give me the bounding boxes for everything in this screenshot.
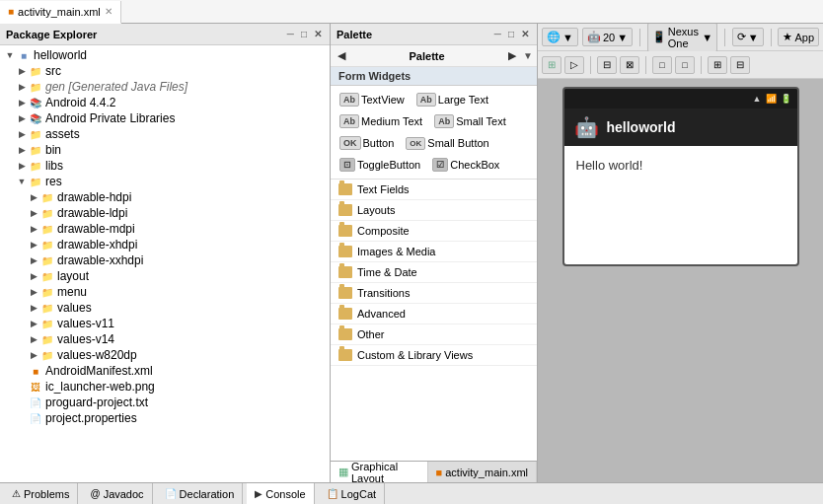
phone-status-bar: ▲ 📶 🔋 — [564, 89, 797, 108]
tree-item-values[interactable]: ▶ 📁 values — [0, 300, 330, 316]
palette-maximize-icon[interactable]: □ — [506, 28, 516, 40]
layout-mode-btn[interactable]: ⊞ — [542, 56, 561, 74]
device-btn[interactable]: 📱 Nexus One ▼ — [647, 24, 717, 52]
tree-label: assets — [45, 127, 80, 141]
snap-btn[interactable]: ⊠ — [620, 56, 639, 74]
section-form-widgets[interactable]: Form Widgets — [331, 67, 537, 86]
palette-forward-btn[interactable]: ▶ — [505, 48, 519, 63]
tree-item-menu[interactable]: ▶ 📁 menu — [0, 284, 330, 300]
tree-item-drawable-mdpi[interactable]: ▶ 📁 drawable-mdpi — [0, 221, 330, 237]
layout-btn-2[interactable]: □ — [675, 56, 695, 74]
palette-close-icon[interactable]: ✕ — [519, 28, 531, 40]
maximize-icon[interactable]: □ — [299, 28, 309, 40]
right-toolbar-1: 🌐 ▼ 🤖 20 ▼ 📱 Nexus One ▼ ⟳ ▼ ★ A — [538, 24, 823, 51]
app-logo-icon: 🤖 — [574, 115, 599, 139]
right-toolbar-2: ⊞ ▷ ⊟ ⊠ □ □ ⊞ ⊟ — [538, 51, 823, 79]
expand-arrow: ▶ — [16, 66, 28, 76]
values-v11-icon: 📁 — [39, 317, 55, 330]
tree-item-proguard[interactable]: 📄 proguard-project.txt — [0, 395, 330, 410]
palette-dropdown-btn[interactable]: ▼ — [523, 50, 533, 61]
tree-item-src[interactable]: ▶ 📁 src — [0, 63, 330, 79]
tree-item-values-v11[interactable]: ▶ 📁 values-v11 — [0, 316, 330, 331]
widget-textview[interactable]: Ab TextView — [335, 90, 410, 109]
expand-arrow: ▶ — [28, 334, 39, 344]
checkbox-badge: ☑ — [432, 158, 448, 172]
widget-small-text[interactable]: Ab Small Text — [429, 111, 511, 131]
tree-item-android442[interactable]: ▶ 📚 Android 4.4.2 — [0, 95, 330, 110]
category-other[interactable]: Other — [331, 324, 537, 345]
app-btn[interactable]: ★ App — [778, 28, 819, 46]
tree-item-private-libs[interactable]: ▶ 📚 Android Private Libraries — [0, 110, 330, 126]
category-time-date[interactable]: Time & Date — [331, 262, 537, 283]
toolbar-sep-1 — [639, 29, 640, 46]
tree-item-values-w820dp[interactable]: ▶ 📁 values-w820dp — [0, 347, 330, 363]
close-panel-icon[interactable]: ✕ — [312, 28, 324, 40]
expand-btn[interactable]: ⊞ — [708, 56, 727, 74]
tree-item-ic-launcher[interactable]: 🖼 ic_launcher-web.png — [0, 379, 330, 395]
console-label: Console — [265, 488, 305, 500]
status-tab-console[interactable]: ▶ Console — [247, 483, 314, 504]
tree-item-drawable-hdpi[interactable]: ▶ 📁 drawable-hdpi — [0, 189, 330, 205]
text-fields-label: Text Fields — [357, 183, 410, 195]
category-layouts[interactable]: Layouts — [331, 200, 537, 221]
globe-btn[interactable]: 🌐 ▼ — [542, 28, 578, 46]
category-composite[interactable]: Composite — [331, 221, 537, 242]
zoom-fit-btn[interactable]: ▷ — [564, 56, 584, 74]
tree-item-helloworld[interactable]: ▼ ■ helloworld — [0, 47, 330, 63]
tree-item-gen[interactable]: ▶ 📁 gen [Generated Java Files] — [0, 79, 330, 95]
widget-medium-text[interactable]: Ab Medium Text — [335, 111, 427, 131]
medium-text-label: Medium Text — [361, 115, 422, 127]
tab-activity-main-xml[interactable]: ■ activity_main.xml — [428, 462, 537, 482]
status-tab-javadoc[interactable]: @ Javadoc — [82, 483, 152, 504]
tree-item-androidmanifest[interactable]: ■ AndroidManifest.xml — [0, 363, 330, 379]
tree-item-assets[interactable]: ▶ 📁 assets — [0, 126, 330, 142]
category-custom-library[interactable]: Custom & Library Views — [331, 345, 537, 366]
tree-item-bin[interactable]: ▶ 📁 bin — [0, 142, 330, 158]
palette-minimize-icon[interactable]: ─ — [492, 28, 503, 40]
graphical-layout-label: Graphical Layout — [351, 461, 419, 483]
android-logo-icon: 🤖 — [587, 31, 601, 43]
status-tab-problems[interactable]: ⚠ Problems — [4, 483, 78, 504]
expand-arrow: ▶ — [28, 319, 39, 328]
tab-graphical-layout[interactable]: ▦ Graphical Layout — [331, 462, 428, 482]
bin-folder-icon: 📁 — [28, 143, 43, 157]
minimize-icon[interactable]: ─ — [285, 28, 296, 40]
widget-toggle-button[interactable]: ⊡ ToggleButton — [335, 155, 425, 175]
tree-item-drawable-ldpi[interactable]: ▶ 📁 drawable-ldpi — [0, 205, 330, 221]
widget-large-text[interactable]: Ab Large Text — [412, 90, 493, 109]
tree-item-values-v14[interactable]: ▶ 📁 values-v14 — [0, 331, 330, 347]
tree-label: Android Private Libraries — [45, 111, 175, 125]
close-tab-icon[interactable]: ✕ — [105, 6, 112, 17]
expand-arrow: ▶ — [28, 208, 39, 218]
expand-arrow: ▼ — [4, 50, 16, 60]
collapse-btn[interactable]: ⊟ — [730, 56, 750, 74]
tree-item-drawable-xhdpi[interactable]: ▶ 📁 drawable-xhdpi — [0, 237, 330, 252]
widget-checkbox[interactable]: ☑ CheckBox — [427, 155, 504, 175]
large-text-badge: Ab — [416, 93, 436, 107]
status-tab-logcat[interactable]: 📋 LogCat — [319, 483, 385, 504]
api-level-btn[interactable]: 🤖 20 ▼ — [582, 28, 633, 46]
tree-label: values-v14 — [57, 332, 114, 346]
widget-small-button[interactable]: OK Small Button — [401, 133, 493, 153]
layout-btn-1[interactable]: □ — [652, 56, 672, 74]
tab-activity-main[interactable]: ■ activity_main.xml ✕ — [0, 1, 121, 24]
activity-main-xml-label: activity_main.xml — [445, 467, 528, 478]
res-folder-icon: 📁 — [28, 175, 43, 188]
status-tab-declaration[interactable]: 📄 Declaration — [157, 483, 244, 504]
palette-back-btn[interactable]: ◀ — [335, 48, 348, 63]
category-images-media[interactable]: Images & Media — [331, 242, 537, 262]
tree-item-libs[interactable]: ▶ 📁 libs — [0, 158, 330, 174]
rotate-btn[interactable]: ⟳ ▼ — [732, 28, 764, 46]
layout-folder-icon: 📁 — [39, 269, 55, 283]
widget-button[interactable]: OK Button — [335, 133, 399, 153]
category-advanced[interactable]: Advanced — [331, 304, 537, 324]
category-transitions[interactable]: Transitions — [331, 283, 537, 304]
preview-panel: 🌐 ▼ 🤖 20 ▼ 📱 Nexus One ▼ ⟳ ▼ ★ A — [538, 24, 823, 482]
tree-item-drawable-xxhdpi[interactable]: ▶ 📁 drawable-xxhdpi — [0, 252, 330, 268]
grid-btn[interactable]: ⊟ — [597, 56, 617, 74]
category-text-fields[interactable]: Text Fields — [331, 180, 537, 200]
tree-item-layout[interactable]: ▶ 📁 layout — [0, 268, 330, 284]
tree-item-res[interactable]: ▼ 📁 res — [0, 174, 330, 189]
medium-text-badge: Ab — [339, 114, 359, 128]
tree-item-project-props[interactable]: 📄 project.properties — [0, 410, 330, 426]
